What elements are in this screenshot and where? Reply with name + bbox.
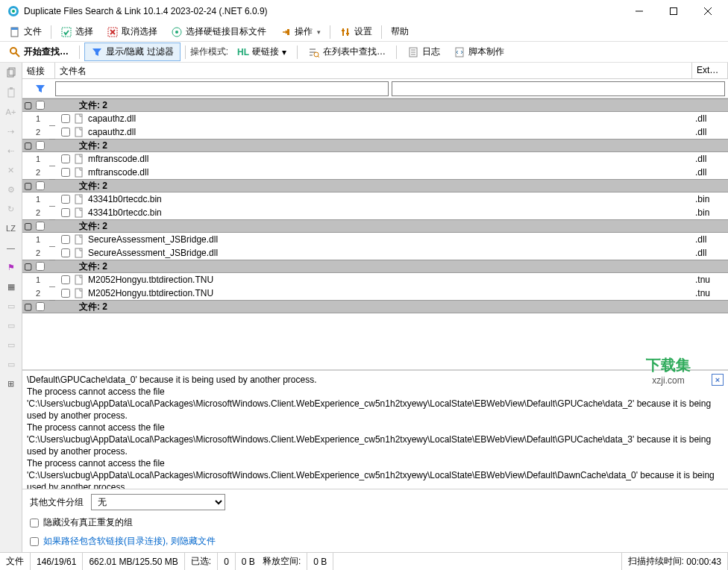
log-close-button[interactable]: × <box>712 374 724 386</box>
svg-rect-42 <box>75 235 82 244</box>
side-s4-icon[interactable]: ▭ <box>4 357 19 372</box>
group-header[interactable]: ▢文件: 2 <box>22 260 728 273</box>
filter-ext-input[interactable] <box>392 81 725 96</box>
collapse-icon[interactable]: ▢ <box>22 100 33 110</box>
svg-rect-43 <box>75 248 82 257</box>
side-grid-icon[interactable]: ▦ <box>4 279 19 294</box>
collapse-icon[interactable]: ▢ <box>22 181 33 191</box>
funnel-icon[interactable] <box>34 83 46 95</box>
row-index: 1 <box>22 114 43 123</box>
minimize-button[interactable] <box>622 0 656 22</box>
side-add-icon[interactable]: A+ <box>4 104 19 119</box>
side-link1-icon[interactable]: ⇢ <box>4 124 19 139</box>
file-row[interactable]: 2M2052Hongyu.tbtdirection.TNU.tnu <box>22 286 728 300</box>
side-delete-icon[interactable]: ✕ <box>4 163 19 178</box>
group-checkbox[interactable] <box>36 181 45 190</box>
close-button[interactable] <box>691 0 725 22</box>
file-row[interactable]: 2capauthz.dll.dll <box>22 125 728 139</box>
log-button[interactable]: 日志 <box>401 43 446 60</box>
app-icon <box>7 5 19 17</box>
file-checkbox[interactable] <box>61 154 70 163</box>
svg-rect-34 <box>8 89 14 97</box>
side-flag-icon[interactable]: ⚑ <box>4 260 19 275</box>
side-paste-icon[interactable] <box>4 85 19 100</box>
file-checkbox[interactable] <box>61 195 70 204</box>
target-icon <box>171 26 183 38</box>
file-row[interactable]: 143341b0rtecdc.bin.bin <box>22 192 728 206</box>
deselect-icon <box>107 26 119 38</box>
row-index: 2 <box>22 168 43 177</box>
file-checkbox[interactable] <box>61 208 70 217</box>
menu-operate[interactable]: 操作▾ <box>274 23 327 40</box>
group-checkbox[interactable] <box>36 222 45 231</box>
side-tool2-icon[interactable]: ↻ <box>4 201 19 216</box>
file-row[interactable]: 1M2052Hongyu.tbtdirection.TNU.tnu <box>22 273 728 286</box>
maximize-button[interactable] <box>656 0 691 22</box>
menu-select[interactable]: 选择 <box>54 23 99 40</box>
file-row[interactable]: 1capauthz.dll.dll <box>22 112 728 125</box>
filter-toggle-button[interactable]: 显示/隐藏 过滤器 <box>84 43 181 61</box>
file-checkbox[interactable] <box>61 289 70 298</box>
side-grid2-icon[interactable]: ⊞ <box>4 376 19 391</box>
file-row[interactable]: 243341b0rtecdc.bin.bin <box>22 206 728 219</box>
group-checkbox[interactable] <box>36 141 45 150</box>
search-in-list-button[interactable]: 在列表中查找… <box>302 43 392 60</box>
file-checkbox[interactable] <box>61 114 70 123</box>
status-size: 662.01 MB/125.50 MB <box>83 553 184 570</box>
group-header[interactable]: ▢文件: 2 <box>22 98 728 112</box>
svg-rect-37 <box>75 128 82 137</box>
op-mode-label: 操作模式: <box>190 46 228 58</box>
menu-deselect[interactable]: 取消选择 <box>101 23 163 40</box>
collapse-icon[interactable]: ▢ <box>22 221 33 231</box>
log-line: \Default\GPUCache\data_0' because it is … <box>27 374 724 386</box>
other-group-select[interactable]: 无 <box>91 494 225 510</box>
start-search-button[interactable]: 开始查找… <box>3 43 75 60</box>
side-link2-icon[interactable]: ⇠ <box>4 143 19 158</box>
col-ext[interactable]: Ext… <box>692 63 728 78</box>
file-checkbox[interactable] <box>61 248 70 257</box>
menu-help[interactable]: 帮助 <box>385 23 415 40</box>
group-checkbox[interactable] <box>36 262 45 271</box>
file-checkbox[interactable] <box>61 128 70 137</box>
side-s2-icon[interactable]: ▭ <box>4 318 19 333</box>
file-ext: .bin <box>695 194 728 204</box>
col-link[interactable]: 链接 <box>22 63 55 78</box>
file-row[interactable]: 1SecureAssessment_JSBridge.dll.dll <box>22 233 728 246</box>
collapse-icon[interactable]: ▢ <box>22 261 33 272</box>
group-header[interactable]: ▢文件: 2 <box>22 179 728 192</box>
hide-no-dup-checkbox[interactable]: 隐藏没有真正重复的组 <box>30 516 721 529</box>
svg-rect-36 <box>75 114 82 123</box>
side-copy-icon[interactable] <box>4 66 19 81</box>
menu-select-hardlink-target[interactable]: 选择硬链接目标文件 <box>165 23 272 40</box>
file-list[interactable]: ▢文件: 21capauthz.dll.dll2capauthz.dll.dll… <box>22 98 728 369</box>
col-filename[interactable]: 文件名 <box>55 63 692 78</box>
side-s3-icon[interactable]: ▭ <box>4 337 19 352</box>
file-checkbox[interactable] <box>61 168 70 177</box>
svg-point-2 <box>12 10 15 13</box>
menu-file[interactable]: 文件 <box>3 23 48 40</box>
group-header[interactable]: ▢文件: 2 <box>22 219 728 233</box>
group-checkbox[interactable] <box>36 101 45 110</box>
filter-filename-input[interactable] <box>55 81 389 96</box>
svg-rect-45 <box>75 289 82 298</box>
group-checkbox[interactable] <box>36 302 45 311</box>
file-checkbox[interactable] <box>61 275 70 284</box>
menu-settings[interactable]: 设置 <box>333 23 378 40</box>
collapse-icon[interactable]: ▢ <box>22 140 33 151</box>
collapse-icon[interactable]: ▢ <box>22 301 33 312</box>
hide-softlink-checkbox[interactable]: 如果路径包含软链接(目录连接), 则隐藏文件 <box>30 535 721 548</box>
file-checkbox[interactable] <box>61 235 70 244</box>
side-s1-icon[interactable]: ▭ <box>4 298 19 313</box>
group-header[interactable]: ▢文件: 2 <box>22 139 728 152</box>
file-row[interactable]: 1mftranscode.dll.dll <box>22 152 728 166</box>
group-header[interactable]: ▢文件: 2 <box>22 300 728 313</box>
hardlink-mode-button[interactable]: HL 硬链接▾ <box>231 43 292 60</box>
script-button[interactable]: 脚本制作 <box>448 43 510 60</box>
file-row[interactable]: 2SecureAssessment_JSBridge.dll.dll <box>22 246 728 260</box>
svg-rect-8 <box>11 28 18 30</box>
svg-rect-9 <box>62 28 71 37</box>
side-lz-icon[interactable]: LZ <box>4 221 19 236</box>
side-tool1-icon[interactable]: ⚙ <box>4 182 19 197</box>
file-row[interactable]: 2mftranscode.dll.dll <box>22 166 728 179</box>
svg-line-26 <box>318 56 319 57</box>
